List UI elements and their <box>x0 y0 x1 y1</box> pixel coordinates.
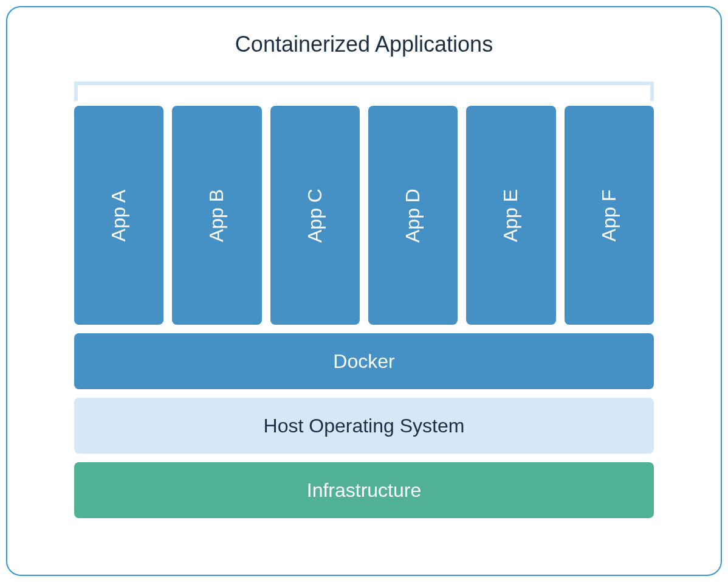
app-label: App C <box>304 189 326 243</box>
diagram-container: Containerized Applications App A App B A… <box>6 6 722 576</box>
app-label: App D <box>402 189 424 243</box>
app-label: App F <box>598 189 620 241</box>
app-box-d: App D <box>368 106 458 325</box>
app-label: App A <box>108 189 130 241</box>
host-label: Host Operating System <box>264 415 465 437</box>
docker-layer: Docker <box>74 333 654 389</box>
app-box-a: App A <box>74 106 163 325</box>
app-label: App E <box>500 189 522 241</box>
apps-row: App A App B App C App D App E App F <box>74 106 654 325</box>
infrastructure-layer: Infrastructure <box>74 462 654 518</box>
docker-label: Docker <box>333 350 394 373</box>
content-area: App A App B App C App D App E App F Dock… <box>38 81 690 544</box>
apps-bracket <box>74 81 654 101</box>
app-box-e: App E <box>466 106 555 325</box>
app-box-b: App B <box>172 106 261 325</box>
app-label: App B <box>205 189 228 241</box>
infrastructure-label: Infrastructure <box>307 479 422 502</box>
app-box-c: App C <box>270 106 360 325</box>
app-box-f: App F <box>565 106 654 325</box>
diagram-title: Containerized Applications <box>38 32 690 57</box>
host-os-layer: Host Operating System <box>74 398 654 454</box>
